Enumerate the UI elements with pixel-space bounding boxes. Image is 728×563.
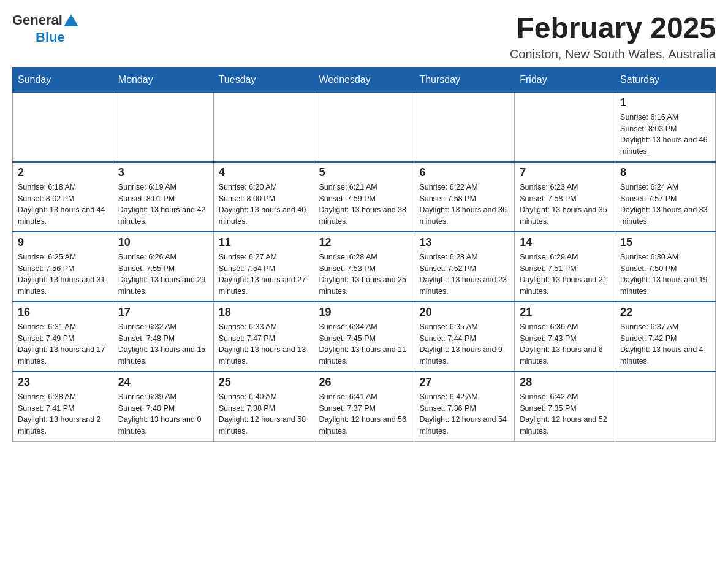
header-wednesday: Wednesday (314, 67, 414, 92)
day-number: 3 (118, 166, 208, 179)
calendar-cell: 18Sunrise: 6:33 AMSunset: 7:47 PMDayligh… (213, 302, 314, 372)
day-number: 27 (419, 376, 509, 389)
day-number: 2 (18, 166, 108, 179)
day-info: Sunrise: 6:33 AMSunset: 7:47 PMDaylight:… (219, 321, 309, 367)
day-info: Sunrise: 6:35 AMSunset: 7:44 PMDaylight:… (419, 321, 509, 367)
day-info: Sunrise: 6:37 AMSunset: 7:42 PMDaylight:… (620, 321, 710, 367)
day-info: Sunrise: 6:24 AMSunset: 7:57 PMDaylight:… (620, 182, 710, 228)
calendar-cell: 10Sunrise: 6:26 AMSunset: 7:55 PMDayligh… (113, 232, 213, 302)
day-info: Sunrise: 6:42 AMSunset: 7:35 PMDaylight:… (520, 391, 610, 437)
weekday-header-row: Sunday Monday Tuesday Wednesday Thursday… (13, 67, 716, 92)
logo: General Blue (12, 12, 80, 45)
calendar-cell: 13Sunrise: 6:28 AMSunset: 7:52 PMDayligh… (414, 232, 515, 302)
day-info: Sunrise: 6:28 AMSunset: 7:52 PMDaylight:… (419, 251, 509, 297)
day-info: Sunrise: 6:40 AMSunset: 7:38 PMDaylight:… (219, 391, 309, 437)
title-section: February 2025 Coniston, New South Wales,… (510, 12, 716, 61)
calendar-cell: 27Sunrise: 6:42 AMSunset: 7:36 PMDayligh… (414, 372, 515, 442)
day-info: Sunrise: 6:38 AMSunset: 7:41 PMDaylight:… (18, 391, 108, 437)
calendar-cell: 16Sunrise: 6:31 AMSunset: 7:49 PMDayligh… (13, 302, 113, 372)
day-info: Sunrise: 6:16 AMSunset: 8:03 PMDaylight:… (620, 112, 710, 158)
day-number: 22 (620, 306, 710, 319)
calendar-cell (113, 92, 213, 162)
day-info: Sunrise: 6:32 AMSunset: 7:48 PMDaylight:… (118, 321, 208, 367)
week-row-1: 2Sunrise: 6:18 AMSunset: 8:02 PMDaylight… (13, 162, 716, 232)
day-number: 1 (620, 96, 710, 109)
logo-blue-text: Blue (36, 29, 65, 45)
header-friday: Friday (515, 67, 615, 92)
calendar-cell: 3Sunrise: 6:19 AMSunset: 8:01 PMDaylight… (113, 162, 213, 232)
day-number: 10 (118, 236, 208, 249)
day-number: 23 (18, 376, 108, 389)
calendar-cell: 23Sunrise: 6:38 AMSunset: 7:41 PMDayligh… (13, 372, 113, 442)
day-info: Sunrise: 6:27 AMSunset: 7:54 PMDaylight:… (219, 251, 309, 297)
calendar-cell: 5Sunrise: 6:21 AMSunset: 7:59 PMDaylight… (314, 162, 414, 232)
calendar-cell (414, 92, 515, 162)
calendar-table: Sunday Monday Tuesday Wednesday Thursday… (12, 67, 716, 442)
header-thursday: Thursday (414, 67, 515, 92)
header-monday: Monday (113, 67, 213, 92)
day-number: 20 (419, 306, 509, 319)
calendar-cell (615, 372, 716, 442)
calendar-cell: 15Sunrise: 6:30 AMSunset: 7:50 PMDayligh… (615, 232, 716, 302)
day-info: Sunrise: 6:21 AMSunset: 7:59 PMDaylight:… (319, 182, 409, 228)
week-row-2: 9Sunrise: 6:25 AMSunset: 7:56 PMDaylight… (13, 232, 716, 302)
day-number: 13 (419, 236, 509, 249)
calendar-cell: 20Sunrise: 6:35 AMSunset: 7:44 PMDayligh… (414, 302, 515, 372)
header-sunday: Sunday (13, 67, 113, 92)
day-info: Sunrise: 6:42 AMSunset: 7:36 PMDaylight:… (419, 391, 509, 437)
day-number: 14 (520, 236, 610, 249)
day-info: Sunrise: 6:26 AMSunset: 7:55 PMDaylight:… (118, 251, 208, 297)
calendar-cell: 26Sunrise: 6:41 AMSunset: 7:37 PMDayligh… (314, 372, 414, 442)
day-number: 6 (419, 166, 509, 179)
day-number: 7 (520, 166, 610, 179)
day-number: 17 (118, 306, 208, 319)
day-number: 19 (319, 306, 409, 319)
day-number: 18 (219, 306, 309, 319)
day-info: Sunrise: 6:29 AMSunset: 7:51 PMDaylight:… (520, 251, 610, 297)
day-number: 16 (18, 306, 108, 319)
calendar-cell: 11Sunrise: 6:27 AMSunset: 7:54 PMDayligh… (213, 232, 314, 302)
day-info: Sunrise: 6:31 AMSunset: 7:49 PMDaylight:… (18, 321, 108, 367)
calendar-cell (213, 92, 314, 162)
month-title: February 2025 (510, 12, 716, 45)
day-info: Sunrise: 6:34 AMSunset: 7:45 PMDaylight:… (319, 321, 409, 367)
day-number: 26 (319, 376, 409, 389)
calendar-cell: 22Sunrise: 6:37 AMSunset: 7:42 PMDayligh… (615, 302, 716, 372)
calendar-cell: 24Sunrise: 6:39 AMSunset: 7:40 PMDayligh… (113, 372, 213, 442)
day-info: Sunrise: 6:19 AMSunset: 8:01 PMDaylight:… (118, 182, 208, 228)
day-number: 12 (319, 236, 409, 249)
day-info: Sunrise: 6:20 AMSunset: 8:00 PMDaylight:… (219, 182, 309, 228)
day-info: Sunrise: 6:39 AMSunset: 7:40 PMDaylight:… (118, 391, 208, 437)
day-info: Sunrise: 6:25 AMSunset: 7:56 PMDaylight:… (18, 251, 108, 297)
day-number: 24 (118, 376, 208, 389)
calendar-cell: 17Sunrise: 6:32 AMSunset: 7:48 PMDayligh… (113, 302, 213, 372)
calendar-cell: 9Sunrise: 6:25 AMSunset: 7:56 PMDaylight… (13, 232, 113, 302)
page-header: General Blue February 2025 Coniston, New… (12, 12, 716, 61)
calendar-cell: 28Sunrise: 6:42 AMSunset: 7:35 PMDayligh… (515, 372, 615, 442)
calendar-cell (515, 92, 615, 162)
day-number: 9 (18, 236, 108, 249)
calendar-cell: 7Sunrise: 6:23 AMSunset: 7:58 PMDaylight… (515, 162, 615, 232)
calendar-cell: 6Sunrise: 6:22 AMSunset: 7:58 PMDaylight… (414, 162, 515, 232)
calendar-cell: 2Sunrise: 6:18 AMSunset: 8:02 PMDaylight… (13, 162, 113, 232)
calendar-cell: 4Sunrise: 6:20 AMSunset: 8:00 PMDaylight… (213, 162, 314, 232)
day-number: 21 (520, 306, 610, 319)
day-number: 11 (219, 236, 309, 249)
logo-general-text: General (12, 12, 63, 28)
day-number: 4 (219, 166, 309, 179)
week-row-3: 16Sunrise: 6:31 AMSunset: 7:49 PMDayligh… (13, 302, 716, 372)
header-saturday: Saturday (615, 67, 716, 92)
calendar-cell: 12Sunrise: 6:28 AMSunset: 7:53 PMDayligh… (314, 232, 414, 302)
day-info: Sunrise: 6:18 AMSunset: 8:02 PMDaylight:… (18, 182, 108, 228)
day-info: Sunrise: 6:36 AMSunset: 7:43 PMDaylight:… (520, 321, 610, 367)
day-info: Sunrise: 6:22 AMSunset: 7:58 PMDaylight:… (419, 182, 509, 228)
calendar-cell: 19Sunrise: 6:34 AMSunset: 7:45 PMDayligh… (314, 302, 414, 372)
calendar-cell: 21Sunrise: 6:36 AMSunset: 7:43 PMDayligh… (515, 302, 615, 372)
logo-triangle-icon (64, 14, 78, 26)
calendar-cell (314, 92, 414, 162)
calendar-cell: 25Sunrise: 6:40 AMSunset: 7:38 PMDayligh… (213, 372, 314, 442)
calendar-cell (13, 92, 113, 162)
calendar-cell: 1Sunrise: 6:16 AMSunset: 8:03 PMDaylight… (615, 92, 716, 162)
day-info: Sunrise: 6:41 AMSunset: 7:37 PMDaylight:… (319, 391, 409, 437)
location: Coniston, New South Wales, Australia (510, 47, 716, 61)
